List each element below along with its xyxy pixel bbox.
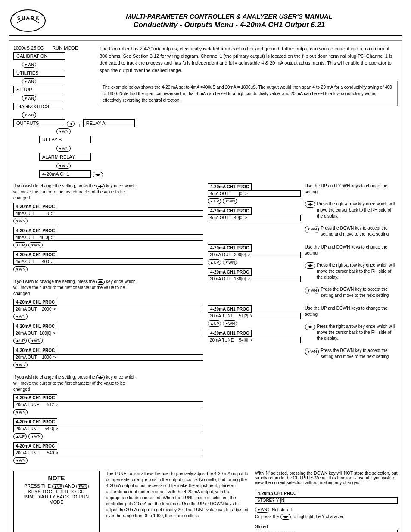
down-key-note[interactable]: WN: [76, 484, 89, 489]
20ma-right2-label: 20mA OUT: [210, 277, 231, 281]
title1: MULTI-PARAMETER CONTROLLER & ANALYZER US…: [56, 12, 402, 20]
menu-calibration[interactable]: CALIBRATION: [13, 52, 65, 60]
or-press-text: to highlight the Y character: [293, 514, 344, 519]
not-stored-label: Not stored: [272, 507, 292, 512]
right-arrow-key4[interactable]: ◀▶: [305, 201, 315, 208]
down-btn-4ma2[interactable]: WN: [28, 242, 43, 248]
20ma-right-desc: Use the UP and DOWN keys to change the s…: [305, 244, 398, 299]
20ma-right2: 4-20mA CH1 PROC 20mA OUT 180|0| >: [208, 268, 301, 282]
down-icon-accept2: [307, 288, 311, 293]
down-btn-tune3[interactable]: WN: [13, 457, 28, 464]
down-btn-accept-20ma[interactable]: WN: [305, 287, 319, 294]
up-btn-tune-r1[interactable]: ▲UP: [208, 320, 221, 327]
menu-diagnostics[interactable]: DIAGNOSTICS: [13, 103, 65, 110]
4ma-block2: 4-20mA CH1 PROC 4mA OUT 40|0| > ▲UP WN: [13, 227, 203, 249]
tune-right2: 4-20mA CH1 PROC 20mA TUNE 54|0| >: [208, 330, 301, 343]
up-btn-4ma-r1[interactable]: ▲UP: [208, 198, 221, 204]
down-btn-util[interactable]: WN: [22, 78, 36, 84]
4ma-row1-label: 4mA OUT: [16, 211, 34, 216]
down-btn-20ma3[interactable]: WN: [13, 362, 28, 368]
tune-row1-value: 512: [41, 402, 54, 407]
down-btn-4ma-r1[interactable]: WN: [223, 198, 237, 204]
down-icon-store1: [257, 507, 261, 512]
down-btn-alarm[interactable]: WN: [56, 163, 71, 169]
down-btn-20ma2[interactable]: WN: [28, 338, 43, 344]
tune-right2-arrow: >: [250, 338, 252, 342]
4ma-flow-left: If you wish to change the setting, press…: [13, 183, 203, 467]
down-btn-tune-r1[interactable]: WN: [223, 320, 237, 327]
down-btn-store1[interactable]: WN: [255, 507, 269, 513]
4ma-right1-label: 4mA OUT: [210, 191, 229, 196]
menu-arrow-cal: WN: [22, 61, 91, 68]
alarm-relay[interactable]: ALARM RELAY: [39, 153, 91, 161]
4ma-row3-label: 4mA OUT: [16, 259, 34, 264]
right-arrow-key5[interactable]: ◀▶: [305, 262, 315, 269]
relay-b[interactable]: RELAY B: [39, 136, 91, 143]
note-down-icon: [78, 485, 81, 488]
down-icon-tune1: [16, 410, 19, 414]
down-btn-accept-4ma[interactable]: WN: [305, 226, 319, 233]
tune-row2-value: 54|0|: [41, 426, 54, 431]
svg-text:S H A R K: S H A R K: [17, 16, 39, 21]
arrow-down-icon: [24, 62, 28, 67]
down-btn-tune1[interactable]: WN: [13, 409, 28, 415]
down-icon-4ma2: [31, 243, 34, 247]
down-btn-relay-b[interactable]: WN: [56, 146, 71, 152]
shark-logo: S H A R K: [9, 8, 47, 34]
20ma-block3: 4-20mA CH1 PROC 20mA OUT 1800 > WN: [13, 347, 203, 368]
left-arrow-btn[interactable]: ◀: [67, 121, 75, 127]
press-right-tune: Press the right-arrow key once which wil…: [317, 324, 398, 342]
menu-row-calibration: CALIBRATION: [13, 52, 91, 61]
menu-arrow-diag: WN: [22, 112, 91, 118]
outputs-row: OUTPUTS ◀ ┬ RELAY A: [13, 119, 91, 128]
right-arrow-key2[interactable]: ◀▶: [96, 279, 105, 285]
use-keys-20ma: Use the UP and DOWN keys to change the s…: [305, 244, 398, 256]
4ma-row2-label: 4mA OUT: [16, 235, 34, 240]
20ma-right2-arrow: >: [247, 277, 250, 281]
20ma-row2-value: 180|0|: [38, 331, 51, 336]
20ma-row3-label: 20mA OUT: [16, 355, 37, 360]
down-btn-diag[interactable]: WN: [22, 112, 36, 118]
20ma-right1-value: 200|0|: [233, 252, 246, 257]
down-btn-4ma3[interactable]: WN: [13, 266, 28, 272]
down-btn-20ma1[interactable]: WN: [13, 314, 28, 320]
up-btn-tune2[interactable]: ▲UP: [13, 433, 27, 439]
down-btn-20ma-r1[interactable]: WN: [223, 259, 237, 265]
right-arrow-key6[interactable]: ◀▶: [305, 324, 315, 330]
4ma-row2-value: 40|0|: [36, 235, 49, 240]
store1-label: STORE?: [257, 498, 274, 503]
ch1-menu[interactable]: 4-20mA CH1: [39, 170, 91, 178]
down-btn-setup[interactable]: WN: [22, 95, 36, 101]
note-box: NOTE PRESS THE ▲UP AND WN KEYS TOGETHER …: [13, 471, 100, 532]
down-btn-4ma1[interactable]: WN: [13, 218, 28, 224]
up-key-note[interactable]: ▲UP: [52, 484, 64, 489]
store-not-stored-row: WN Not stored: [255, 506, 398, 513]
down-btn-accept-tune[interactable]: WN: [305, 348, 319, 355]
down-icon-tune-r1: [225, 321, 228, 326]
4ma-right1: 4-20mA CH1 PROC 4mA OUT |0| > ▲UP WN: [208, 183, 301, 205]
menu-outputs[interactable]: OUTPUTS: [13, 119, 65, 127]
store1-value: Y |N|: [276, 498, 286, 503]
4ma-row3-arrow: >: [51, 259, 53, 264]
down-icon-accept3: [307, 349, 311, 355]
press-down-tune: Press the DOWN key to accept the setting…: [321, 348, 398, 360]
down-btn-tune2[interactable]: WN: [28, 433, 43, 439]
right-arrow-key[interactable]: ◀▶: [96, 184, 105, 189]
down-icon-20ma1: [16, 314, 19, 319]
arrow-down-icon2: [24, 79, 28, 84]
right-arrow-key3[interactable]: ◀▶: [96, 375, 105, 380]
4ma-row3-value: 400: [36, 259, 49, 264]
header-text: MULTI-PARAMETER CONTROLLER & ANALYZER US…: [56, 12, 402, 29]
change-desc-4ma: If you wish to change the setting, press…: [13, 183, 143, 201]
use-keys-4ma: Use the UP and DOWN keys to change the s…: [305, 183, 398, 195]
up-btn-20ma2[interactable]: ▲UP: [13, 338, 27, 344]
down-btn-cal[interactable]: WN: [22, 62, 36, 68]
20ma-block2: 4-20mA CH1 PROC 20mA OUT 180|0| > ▲UP WN: [13, 323, 203, 344]
up-btn-4ma2[interactable]: ▲UP: [13, 242, 27, 248]
up-btn-20ma-r1[interactable]: ▲UP: [208, 259, 221, 265]
menu-setup[interactable]: SETUP: [13, 86, 65, 93]
menu-row-utilities: UTILITIES: [13, 69, 91, 78]
right-key-store[interactable]: ◀▶: [280, 514, 291, 520]
menu-utilities[interactable]: UTILITIES: [13, 69, 65, 77]
down-btn-relay-a[interactable]: WN: [56, 128, 71, 134]
